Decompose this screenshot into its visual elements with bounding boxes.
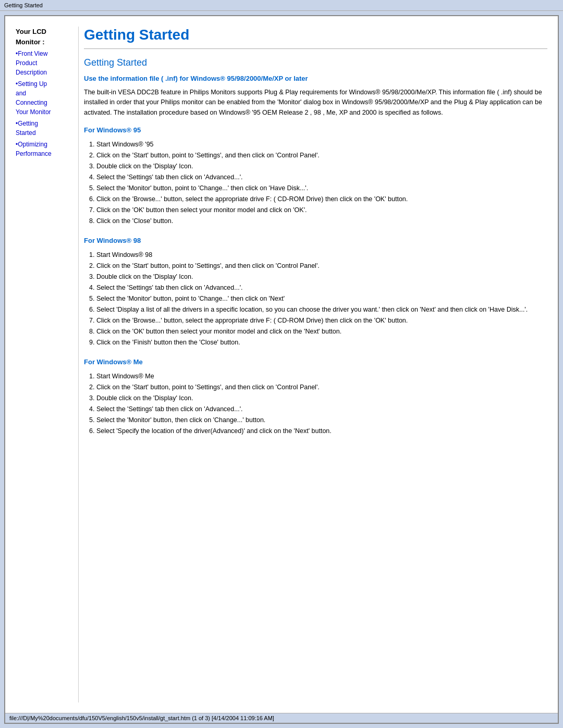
sidebar-link-front-view[interactable]: •Front ViewProductDescription xyxy=(16,49,73,77)
status-bar-text: file:///D|/My%20documents/dfu/150V5/engl… xyxy=(9,715,274,721)
list-item: Select 'Specify the location of the driv… xyxy=(96,426,547,436)
section-title: Getting Started xyxy=(84,57,547,68)
list-item: Double click on the 'Display' Icon. xyxy=(96,272,547,282)
list-item: Click on the 'Start' button, point to 'S… xyxy=(96,150,547,161)
sidebar-link-optimizing[interactable]: •OptimizingPerformance xyxy=(16,140,73,158)
list-item: Click on the 'Finish' button then the 'C… xyxy=(96,337,547,348)
list-item: Double click on the 'Display' Icon. xyxy=(96,393,547,403)
list-item: Select the 'Monitor' button, point to 'C… xyxy=(96,293,547,304)
list-item: Double click on the 'Display' Icon. xyxy=(96,161,547,171)
list-item: Click on the 'Close' button. xyxy=(96,216,547,226)
list-item: Start Windows® Me xyxy=(96,371,547,381)
divider xyxy=(84,48,547,49)
list-item: Select the 'Monitor' button, point to 'C… xyxy=(96,183,547,193)
list-item: Select the 'Settings' tab then click on … xyxy=(96,172,547,182)
list-item: Select the 'Monitor' button, then click … xyxy=(96,415,547,425)
status-bar: file:///D|/My%20documents/dfu/150V5/engl… xyxy=(5,713,558,723)
title-bar: Getting Started xyxy=(0,0,563,11)
list-item: Select the 'Settings' tab then click on … xyxy=(96,404,547,414)
sidebar-section-frontview: •Front ViewProductDescription xyxy=(16,49,73,77)
list-item: Click on the 'OK' button then select you… xyxy=(96,326,547,337)
sidebar-link-getting-started[interactable]: •GettingStarted xyxy=(16,119,73,138)
list-item: Start Windows® '95 xyxy=(96,139,547,150)
body-text: The built-in VESA DDC2B feature in Phili… xyxy=(84,88,547,118)
main-content: Getting Started Getting Started Use the … xyxy=(78,27,547,702)
winme-title: For Windows® Me xyxy=(84,358,547,366)
list-item: Click on the 'Start' button, point to 'S… xyxy=(96,382,547,392)
list-item: Click on the 'Browse...' button, select … xyxy=(96,194,547,204)
list-item: Select the 'Settings' tab then click on … xyxy=(96,282,547,293)
subtitle: Use the information file ( .inf) for Win… xyxy=(84,75,547,82)
sidebar-link-setting-up[interactable]: •Setting UpandConnectingYour Monitor xyxy=(16,79,73,117)
list-item: Select 'Display a list of all the driver… xyxy=(96,304,547,315)
sidebar-title: Your LCDMonitor : xyxy=(16,27,73,47)
win95-steps: Start Windows® '95 Click on the 'Start' … xyxy=(96,139,547,226)
sidebar: Your LCDMonitor : •Front ViewProductDesc… xyxy=(16,27,78,702)
win95-title: For Windows® 95 xyxy=(84,126,547,134)
title-bar-text: Getting Started xyxy=(4,2,43,8)
win98-steps: Start Windows® 98 Click on the 'Start' b… xyxy=(96,250,547,348)
winme-steps: Start Windows® Me Click on the 'Start' b… xyxy=(96,371,547,436)
win98-title: For Windows® 98 xyxy=(84,237,547,244)
list-item: Click on the 'Browse...' button, select … xyxy=(96,315,547,326)
browser-window: Your LCDMonitor : •Front ViewProductDesc… xyxy=(4,15,559,724)
list-item: Click on the 'OK' button then select you… xyxy=(96,205,547,215)
sidebar-section-gettingstarted: •GettingStarted xyxy=(16,119,73,138)
list-item: Click on the 'Start' button, point to 'S… xyxy=(96,261,547,271)
sidebar-section-optimizing: •OptimizingPerformance xyxy=(16,140,73,158)
page-content: Your LCDMonitor : •Front ViewProductDesc… xyxy=(5,16,558,713)
sidebar-section-settingup: •Setting UpandConnectingYour Monitor xyxy=(16,79,73,117)
list-item: Start Windows® 98 xyxy=(96,250,547,260)
page-title: Getting Started xyxy=(84,27,547,43)
